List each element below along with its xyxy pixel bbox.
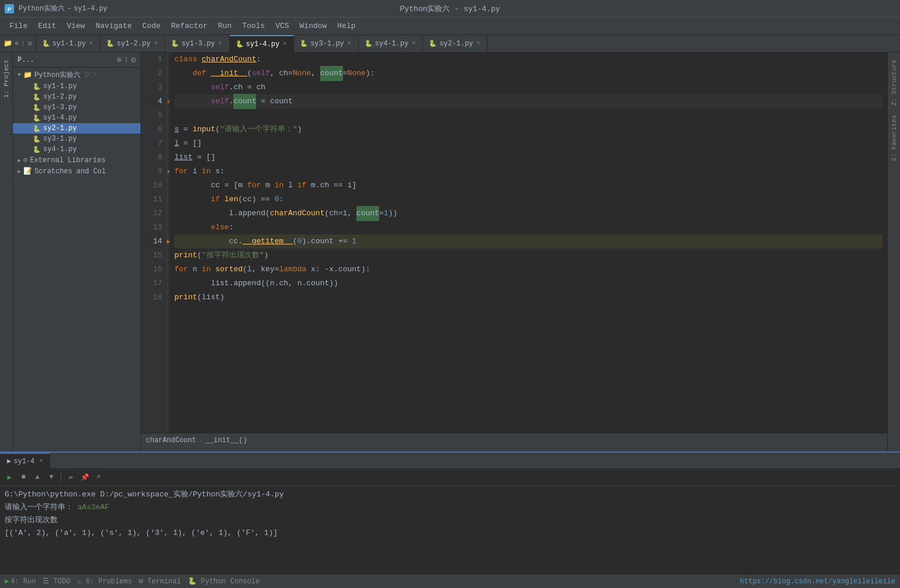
terminal-status[interactable]: ⊞ Terminal [139,577,181,586]
collapse-icon[interactable]: ⊕ [117,55,121,65]
config-icon[interactable]: ⚙ [131,55,136,65]
menu-refactor[interactable]: Refactor [166,19,212,33]
python-console-status[interactable]: 🐍 Python Console [188,577,260,586]
run-close-button[interactable]: × [93,471,104,483]
tab-close[interactable]: × [346,40,352,47]
code-line-4: self.count = count [174,94,883,108]
menu-view[interactable]: View [62,19,89,33]
title-bar: P Python实验六 – sy1-4.py Python实验六 - sy1-4… [0,0,900,18]
run-status[interactable]: ▶ 4: Run [5,577,36,586]
favorites-label[interactable]: 2: Favorites [890,110,899,166]
tab-close[interactable]: × [153,40,159,47]
code-line-13: else: [174,220,883,235]
tab-sy1-4[interactable]: 🐍 sy1-4.py × [230,35,295,52]
line-num-18: 18 [146,290,162,304]
project-icon[interactable]: 📁 [3,39,12,48]
run-stop-button[interactable]: ■ [17,471,29,483]
tab-sy1-2[interactable]: 🐍 sy1-2.py × [100,35,165,52]
run-toolbar: ▶ ■ ▲ ▼ ⇌ 📌 × [0,469,900,486]
settings-icon[interactable]: ↕ [21,40,25,48]
tree-item-label: External Libraries [30,156,106,164]
run-tab[interactable]: ▶ sy1-4 × [0,453,50,468]
code-line-1: class charAndCount: [174,52,883,66]
code-editor[interactable]: 1 2 3 4 5 6 7 8 9 10 11 12 13 14 15 16 1… [141,52,887,433]
tab-close[interactable]: × [411,40,416,47]
tab-close[interactable]: × [282,41,288,47]
breadcrumb-method[interactable]: __init__() [205,436,247,444]
problems-status[interactable]: ⚠ 6: Problems [77,577,132,586]
menu-tools[interactable]: Tools [237,19,269,33]
run-scroll-down-button[interactable]: ▼ [45,471,57,483]
breadcrumb-class[interactable]: charAndCount [146,436,196,444]
tab-close[interactable]: × [218,40,223,47]
code-line-10: cc = [m for m in l if m.ch == i] [174,178,883,192]
tree-item-sy1-2[interactable]: 🐍 sy1-2.py [13,92,141,102]
tree-item-label: sy1-2.py [43,93,77,101]
tree-item-label: sy1-3.py [43,103,77,111]
run-scroll-up-button[interactable]: ▲ [31,471,43,483]
menu-code[interactable]: Code [138,19,165,33]
tab-sy1-1[interactable]: 🐍 sy1-1.py × [36,35,101,52]
menu-bar: File Edit View Navigate Code Refactor Ru… [0,18,900,35]
tab-close[interactable]: × [475,40,481,47]
code-line-17: list.append((n.ch, n.count)) [174,276,883,290]
menu-window[interactable]: Window [295,19,332,33]
tab-sy4-1[interactable]: 🐍 sy4-1.py × [359,35,423,52]
expand-icon[interactable]: ↕ [124,55,128,65]
py-file-icon: 🐍 [33,93,41,101]
line-num-6: 6 [146,123,162,136]
code-line-8: list = [] [174,150,883,164]
horizontal-scrollbar[interactable] [141,447,887,452]
structure-label[interactable]: Z: Structure [890,55,899,110]
tree-item-sy1-4[interactable]: 🐍 sy1-4.py [13,113,141,123]
tree-item-root[interactable]: ▼ 📁 Python实验六 D:\ [13,69,141,81]
output-text-2: [('A', 2), ('a', 1), ('s', 1), ('3', 1),… [5,528,278,537]
tree-item-ext-libs[interactable]: ▶ ⚙ External Libraries [13,155,141,166]
sidebar-title: P... [17,56,34,64]
run-pin-button[interactable]: 📌 [79,471,90,483]
run-input-value: aAs3eAF [78,503,110,512]
nav-icon[interactable]: ⊕ [15,39,19,48]
sidebar-header-icons: ⊕ ↕ ⚙ [117,55,136,65]
chevron-right-icon: ▶ [17,157,21,164]
bottom-panel: ▶ sy1-4 × ▶ ■ ▲ ▼ ⇌ 📌 × G:\Python\python… [0,452,900,574]
menu-vcs[interactable]: VCS [271,19,293,33]
blog-link[interactable]: https://blog.csdn.net/yangleileileile [740,578,895,586]
project-panel-label[interactable]: 1: Project [2,55,11,103]
tab-label: sy1-1.py [52,40,86,48]
file-name: sy1-4.py [73,5,107,13]
sidebar: P... ⊕ ↕ ⚙ ▼ 📁 Python实验六 D:\ 🐍 sy1-1.py … [13,52,141,452]
tab-sy3-1[interactable]: 🐍 sy3-1.py × [294,35,359,52]
menu-file[interactable]: File [5,19,32,33]
ext-libs-icon: ⚙ [23,156,27,164]
chevron-right-icon: ▶ [17,168,21,175]
tab-py-icon: 🐍 [171,40,179,47]
tree-item-sy2-1[interactable]: 🐍 sy2-1.py [13,123,141,134]
run-start-button[interactable]: ▶ [3,471,15,483]
gear-icon[interactable]: ⚙ [27,39,31,48]
tab-close[interactable]: × [88,40,94,47]
tree-item-sy3-1[interactable]: 🐍 sy3-1.py [13,134,141,144]
tab-py-icon: 🐍 [42,40,50,47]
menu-navigate[interactable]: Navigate [91,19,136,33]
tree-item-label: Scratches and Col [34,167,106,176]
run-tab-close[interactable]: × [39,458,43,464]
tree-item-sy1-3[interactable]: 🐍 sy1-3.py [13,102,141,113]
tab-label: sy3-1.py [310,40,344,48]
app-icon: P [5,4,14,13]
menu-help[interactable]: Help [332,19,360,33]
todo-status[interactable]: ☰ TODO [43,577,70,586]
tree-item-sy1-1[interactable]: 🐍 sy1-1.py [13,81,141,92]
tab-sy1-3[interactable]: 🐍 sy1-3.py × [165,35,230,52]
menu-edit[interactable]: Edit [33,19,61,33]
code-content[interactable]: class charAndCount: def __init__(self, c… [170,52,887,433]
py-file-icon: 🐍 [33,135,41,143]
tab-label: sy1-2.py [117,40,150,48]
tree-item-scratches[interactable]: ▶ 📝 Scratches and Col [13,166,141,177]
run-wrap-button[interactable]: ⇌ [65,471,76,483]
py-file-icon: 🐍 [33,146,41,153]
tab-sy2-1[interactable]: 🐍 sy2-1.py × [423,35,488,52]
tree-item-sy4-1[interactable]: 🐍 sy4-1.py [13,144,141,155]
output-text-1: 按字符出现次数 [5,516,58,524]
menu-run[interactable]: Run [213,19,236,33]
